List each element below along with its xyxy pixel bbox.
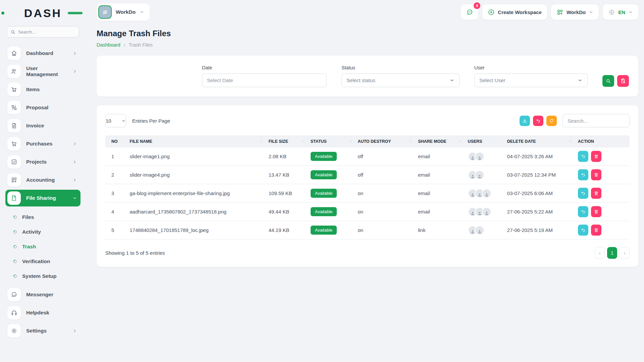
col-action: ACTION — [575, 135, 630, 147]
cell-share-mode: link — [415, 221, 464, 239]
sidebar-item-accounting[interactable]: Accounting — [5, 172, 80, 188]
messages-button[interactable]: 0 — [461, 4, 478, 20]
gear-icon — [7, 324, 21, 338]
chevron-down-icon — [140, 10, 144, 14]
filter-card: Date Status Select status User Select Us… — [97, 56, 638, 97]
sidebar-item-items[interactable]: Items — [5, 81, 80, 98]
undo-arrow-icon — [581, 191, 586, 196]
sidebar-item-file-sharing[interactable]: File Sharing — [5, 190, 80, 206]
col-file-size[interactable]: FILE SIZE↑↓ — [265, 135, 307, 147]
workspace-avatar-icon — [98, 5, 112, 19]
breadcrumb-separator: › — [124, 42, 125, 48]
delete-row-button[interactable] — [591, 169, 601, 180]
brand-logo[interactable]: DASH — [5, 5, 80, 21]
restore-row-button[interactable] — [578, 206, 588, 217]
sidebar-item-helpdesk[interactable]: Helpdesk — [5, 304, 80, 321]
status-filter-select[interactable]: Select status — [341, 73, 460, 87]
export-button[interactable] — [520, 116, 530, 126]
create-workspace-button[interactable]: Create Workspace — [482, 4, 547, 20]
cell-action — [575, 166, 630, 184]
restore-row-button[interactable] — [578, 169, 588, 180]
delete-row-button[interactable] — [591, 188, 601, 199]
chevron-down-icon — [589, 10, 593, 14]
sidebar-subitem-system-setup[interactable]: System Setup — [13, 269, 80, 284]
col-share-mode[interactable]: SHARE MODE↑↓ — [415, 135, 464, 147]
restore-row-button[interactable] — [578, 225, 588, 236]
cell-auto-destroy: on — [354, 184, 415, 202]
user-filter-label: User — [474, 65, 588, 70]
restore-all-button[interactable] — [533, 116, 543, 126]
col-auto-destroy[interactable]: AUTO DESTROY↑↓ — [354, 135, 415, 147]
file-icon — [7, 191, 21, 205]
sidebar-item-projects[interactable]: Projects — [5, 154, 80, 170]
sidebar-subitem-label: Activity — [22, 229, 41, 235]
col-status[interactable]: STATUS↑↓ — [307, 135, 355, 147]
sidebar-search-input[interactable] — [18, 29, 75, 35]
entries-per-page-select[interactable]: 10 — [105, 114, 126, 127]
entries-per-page-label: Entries Per Page — [132, 118, 170, 124]
chevron-right-icon — [72, 328, 77, 333]
chevron-right-icon — [72, 51, 77, 56]
workspace-selector[interactable]: WorkDo — [97, 3, 150, 21]
sidebar-item-messenger[interactable]: Messenger — [5, 286, 80, 303]
delete-row-button[interactable] — [591, 206, 601, 217]
sidebar-item-user-management[interactable]: User Management — [5, 63, 80, 80]
delete-row-button[interactable] — [591, 225, 601, 236]
user-filter-value: Select User — [479, 77, 505, 83]
grid-plus-icon — [556, 9, 564, 16]
users-icon — [7, 65, 21, 78]
pagination-page-1[interactable]: 1 — [607, 247, 617, 259]
cell-delete-date: 27-06-2025 5:19 AM — [504, 221, 575, 239]
pagination-next-button[interactable]: › — [620, 247, 630, 259]
breadcrumb-current: Trash Files — [129, 42, 153, 48]
chat-icon — [7, 288, 21, 301]
cell-delete-date: 03-07-2025 12:34 PM — [504, 166, 575, 184]
sidebar-item-invoice[interactable]: Invoice — [5, 117, 80, 134]
user-filter: User Select User — [474, 65, 588, 87]
sidebar-item-label: Settings — [26, 328, 47, 334]
table-search-input[interactable] — [568, 118, 625, 124]
restore-row-button[interactable] — [578, 151, 588, 162]
sidebar-item-settings[interactable]: Settings — [5, 322, 80, 339]
date-filter-input[interactable] — [207, 77, 322, 83]
sidebar-item-purchases[interactable]: Purchases — [5, 135, 80, 152]
workdo-menu-button[interactable]: WorkDo — [551, 4, 599, 20]
cell-no: 2 — [105, 166, 126, 184]
sidebar-subitem-activity[interactable]: Activity — [13, 225, 80, 239]
sidebar: DASH Dashboard User Management — [0, 0, 86, 362]
sidebar-item-dashboard[interactable]: Dashboard — [5, 45, 80, 62]
sidebar-subitem-trash[interactable]: Trash — [13, 239, 80, 254]
chevron-right-icon — [72, 69, 77, 74]
table-toolbar: 10 Entries Per Page — [105, 114, 630, 127]
user-filter-select[interactable]: Select User — [474, 73, 588, 87]
cell-no: 5 — [105, 221, 126, 239]
check-square-icon — [7, 155, 21, 169]
cell-file-size: 13.47 KB — [265, 166, 307, 184]
cell-auto-destroy: off — [354, 166, 415, 184]
cell-file-size: 49.44 KB — [265, 202, 307, 221]
filter-reset-button[interactable] — [617, 75, 629, 87]
cell-users — [465, 166, 504, 184]
cell-share-mode: email — [415, 202, 464, 221]
col-delete-date[interactable]: DELETE DATE↑↓ — [504, 135, 575, 147]
table-search[interactable] — [562, 114, 630, 127]
sidebar-subitem-verification[interactable]: Verification — [13, 254, 80, 269]
refresh-button[interactable] — [546, 116, 557, 126]
sidebar-search[interactable] — [7, 26, 79, 38]
cell-file-name: ga-blog-implement-enterprise-file-sharin… — [126, 184, 265, 202]
col-file-name[interactable]: FILE NAME↑↓ — [126, 135, 265, 147]
restore-row-button[interactable] — [578, 188, 588, 199]
cell-delete-date: 03-07-2025 6:06 AM — [504, 184, 575, 202]
filter-search-button[interactable] — [602, 75, 614, 87]
undo-arrow-icon — [581, 209, 586, 214]
language-selector[interactable]: EN — [603, 4, 638, 20]
delete-row-button[interactable] — [591, 151, 601, 162]
trash-icon — [594, 154, 599, 159]
sidebar-item-proposal[interactable]: Proposal — [5, 99, 80, 116]
sidebar-subitem-files[interactable]: Files — [13, 210, 80, 225]
table-row: 5 1748840284_1701851789_loc.jpeg 44.19 K… — [105, 221, 630, 239]
showing-entries-text: Showing 1 to 5 of 5 entries — [105, 250, 165, 256]
grid-plus-icon — [7, 173, 21, 187]
pagination-prev-button[interactable]: ‹ — [595, 247, 605, 259]
breadcrumb-dashboard-link[interactable]: Dashboard — [97, 42, 120, 48]
